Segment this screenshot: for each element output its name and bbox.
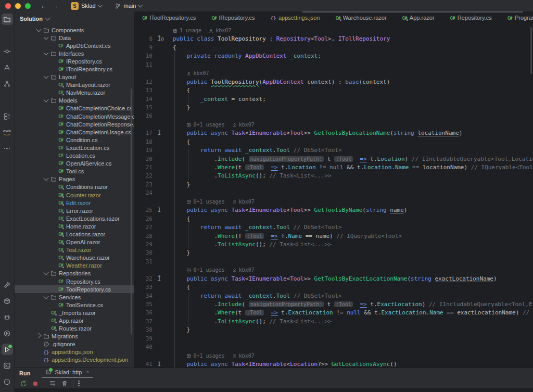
tree-item[interactable]: .gitignore <box>15 340 134 348</box>
clear-button[interactable] <box>61 380 68 387</box>
tree-item[interactable]: Migrations <box>15 333 134 340</box>
editor-tab[interactable]: C#Repository.cs <box>442 11 500 23</box>
rerun-button[interactable] <box>20 380 27 387</box>
tree-item[interactable]: Pages <box>15 175 134 183</box>
tree-item[interactable]: C#ExactLocation.cs <box>15 144 134 151</box>
dependencies-icon[interactable] <box>2 110 13 122</box>
code-area[interactable]: 1 usagekbx078Îopublic class ToolReposito… <box>134 24 533 368</box>
usages-hint[interactable]: 0+1 usages <box>186 352 224 360</box>
tree-item[interactable]: {}appsettings.Development.json <box>15 356 134 364</box>
tree-item[interactable]: Interfaces <box>15 49 134 57</box>
author-hint[interactable]: kbx07 <box>186 69 209 78</box>
author-hint[interactable]: kbx07 <box>232 266 255 274</box>
tree-item[interactable]: C#Error.razor <box>15 207 134 214</box>
editor-tab[interactable]: C#IToolRepository.cs <box>134 11 204 23</box>
scroll-end-button[interactable] <box>49 380 56 387</box>
author-hint[interactable]: kbx07 <box>232 352 255 360</box>
tree-item[interactable]: Components <box>15 26 134 34</box>
tree-item[interactable]: {}appsettings.json <box>15 348 134 356</box>
close-icon[interactable]: × <box>86 369 89 375</box>
chevron-down-icon[interactable] <box>43 99 49 102</box>
tree-item[interactable]: C#OpenAI.razor <box>15 238 134 246</box>
chevron-down-icon[interactable] <box>43 296 49 298</box>
author-hint[interactable]: kbx07 <box>232 198 255 206</box>
author-hint[interactable]: kbx07 <box>209 27 231 35</box>
editor[interactable]: C#IToolRepository.csC#IRepository.cs{}ap… <box>134 11 533 368</box>
editor-tab[interactable]: C#App.razor <box>395 11 442 23</box>
close-window-icon[interactable] <box>5 3 11 9</box>
tree-scrollbar[interactable] <box>131 88 132 334</box>
tree-item[interactable]: C#Locations.razor <box>15 230 134 238</box>
tab-strip-scrollbar[interactable] <box>302 11 523 12</box>
azure-icon[interactable] <box>2 61 13 73</box>
tree-item[interactable]: C#Counter.razor <box>15 191 134 199</box>
build-icon[interactable] <box>2 279 13 290</box>
tree-item[interactable]: Repositories <box>15 270 134 277</box>
tree-item[interactable]: Services <box>15 293 134 301</box>
usages-hint[interactable]: 1 usage <box>173 27 201 35</box>
tree-item[interactable]: C#MainLayout.razor <box>15 81 134 89</box>
tree-item[interactable]: C#ExactLocations.razor <box>15 214 134 222</box>
project-widget[interactable]: S Sklad <box>68 2 105 10</box>
tree-item[interactable]: C#ChatCompletionResponse.cs <box>15 120 134 128</box>
profiler-icon[interactable] <box>2 311 13 323</box>
tree-item[interactable]: C#Conditions.razor <box>15 183 134 191</box>
maximize-window-icon[interactable] <box>25 3 31 9</box>
implements-gutter-icon[interactable]: Î <box>155 206 170 214</box>
tree-item[interactable]: C#Test.razor <box>15 246 134 254</box>
window-controls[interactable] <box>5 3 31 9</box>
tree-item[interactable]: C#ToolService.cs <box>15 301 134 309</box>
implements-gutter-icon[interactable]: Î <box>155 275 170 283</box>
tree-item[interactable]: C#ToolRepository.cs <box>15 285 134 293</box>
chevron-down-icon[interactable] <box>43 76 49 78</box>
editor-tab[interactable]: C#Program.cs <box>500 11 533 23</box>
tree-item[interactable]: C#Edit.razor <box>15 199 134 207</box>
editor-tab[interactable]: C#IRepository.cs <box>204 11 262 23</box>
more-vert-button[interactable] <box>78 381 80 387</box>
aws-icon[interactable]: aws <box>2 127 13 138</box>
tree-item[interactable]: C#_Imports.razor <box>15 309 134 317</box>
tree-item[interactable]: C#Warehouse.razor <box>15 254 134 262</box>
editor-tab[interactable]: {}appsettings.json <box>262 11 327 23</box>
chevron-down-icon[interactable] <box>43 178 49 180</box>
inheritance-gutter-icon[interactable]: Îo <box>155 35 170 43</box>
stop-button[interactable] <box>32 380 39 387</box>
tree-item[interactable]: C#ChatCompletionMessage.cs <box>15 112 134 120</box>
problems-icon[interactable] <box>2 376 13 387</box>
usages-hint[interactable]: 0+1 usages <box>186 266 224 274</box>
tree-item[interactable]: C#Repository.cs <box>15 277 134 285</box>
tree-item[interactable]: C#OpenAiService.cs <box>15 160 134 168</box>
more-icon[interactable] <box>2 143 13 154</box>
structure-icon[interactable] <box>2 78 13 89</box>
tree-item[interactable]: C#NavMenu.razor <box>15 89 134 97</box>
solution-dropdown[interactable]: Solution <box>15 11 134 26</box>
back-button[interactable]: ← <box>38 2 49 10</box>
run-config-tab[interactable]: Sklad: http × <box>42 369 93 378</box>
tree-item[interactable]: C#Condition.cs <box>15 136 134 144</box>
chevron-down-icon[interactable] <box>43 37 49 39</box>
usages-hint[interactable]: 0+1 usages <box>186 121 224 129</box>
tree-item[interactable]: C#IToolRepository.cs <box>15 65 134 73</box>
tree-item[interactable]: C#Routes.razor <box>15 325 134 333</box>
tree-item[interactable]: C#ChatCompletionChoice.cs <box>15 105 134 112</box>
project-icon[interactable] <box>2 14 13 25</box>
chevron-down-icon[interactable] <box>43 272 49 274</box>
terminal-icon[interactable] <box>2 360 13 371</box>
tree-item[interactable]: C#App.razor <box>15 317 134 324</box>
commit-icon[interactable] <box>2 45 13 57</box>
run-icon[interactable] <box>2 344 13 355</box>
chevron-right-icon[interactable] <box>35 335 42 337</box>
chevron-down-icon[interactable] <box>35 29 42 31</box>
tree-item[interactable]: C#Home.razor <box>15 222 134 230</box>
implements-gutter-icon[interactable]: Î <box>155 360 170 368</box>
tree-item[interactable]: C#Tool.cs <box>15 168 134 175</box>
tree-item[interactable]: Data <box>15 34 134 42</box>
tree-item[interactable]: C#Weather.razor <box>15 262 134 270</box>
usages-hint[interactable]: 0+1 usages <box>186 198 224 206</box>
editor-tab[interactable]: C#Warehouse.razor <box>327 11 394 23</box>
branch-widget[interactable]: main <box>112 2 145 10</box>
tree-item[interactable]: C#AppDbContext.cs <box>15 42 134 49</box>
services-icon[interactable] <box>2 327 13 339</box>
package-icon[interactable] <box>2 295 13 307</box>
tree-item[interactable]: C#Location.cs <box>15 152 134 160</box>
